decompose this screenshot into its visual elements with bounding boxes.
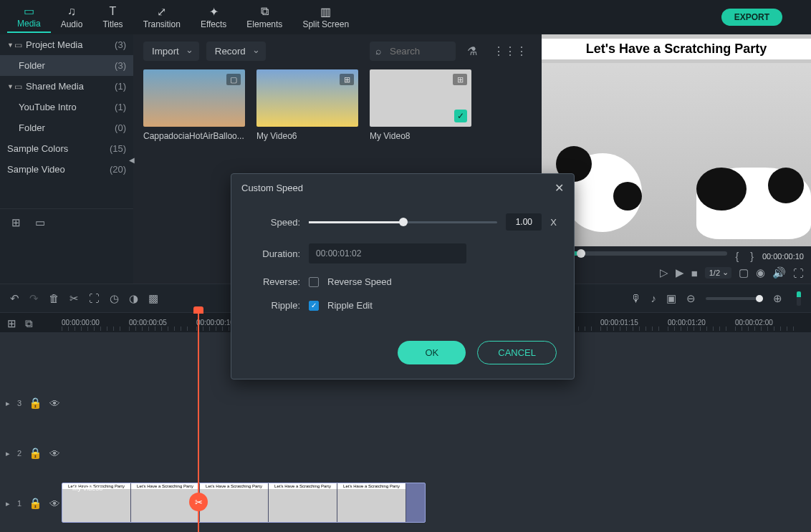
sidebar-folder[interactable]: Folder(3) xyxy=(0,55,133,76)
audio-mixer-icon[interactable]: ♪ xyxy=(651,292,657,304)
zoom-slider[interactable] xyxy=(706,297,763,300)
play-icon[interactable]: ▶ xyxy=(676,266,684,279)
tab-titles[interactable]: TTitles xyxy=(92,2,133,32)
media-thumb[interactable]: ⊞ My Video6 xyxy=(256,69,358,141)
tab-elements[interactable]: ⧉Elements xyxy=(236,2,292,32)
video-clip[interactable]: ▶ My Video8 Let's Have a Scratching Part… xyxy=(62,483,426,523)
grid-icon[interactable]: ⋮⋮⋮ xyxy=(489,42,532,61)
frame-title: Let's Have a Scratching Party xyxy=(269,483,337,489)
ok-button[interactable]: OK xyxy=(398,341,466,364)
crop-icon[interactable]: ⛶ xyxy=(89,292,100,304)
scrub-knob[interactable] xyxy=(577,249,585,258)
zoom-out-icon[interactable]: ⊖ xyxy=(686,292,696,305)
tab-label: Media xyxy=(17,19,41,29)
marker-icon[interactable]: ▣ xyxy=(666,292,676,305)
frame-title: Let's Have a Scratching Party xyxy=(337,483,406,489)
add-folder-icon[interactable]: ⊞ xyxy=(11,216,21,229)
slider-fill xyxy=(309,221,403,223)
tab-audio[interactable]: ♫Audio xyxy=(51,2,93,32)
tab-transition[interactable]: ⤢Transition xyxy=(133,2,191,32)
split-icon[interactable]: ✂ xyxy=(69,292,79,305)
folder-icon[interactable]: ▭ xyxy=(35,216,45,229)
sidebar-project-media[interactable]: ▼▭Project Media(3) xyxy=(0,34,133,55)
redo-icon[interactable]: ↷ xyxy=(29,292,39,305)
sidebar-label: Folder xyxy=(19,122,115,133)
volume-icon[interactable]: 🔊 xyxy=(772,266,786,279)
zoom-in-icon[interactable]: ⊕ xyxy=(773,292,782,305)
reverse-checkbox-label: Reverse Speed xyxy=(327,276,392,287)
mark-out-icon[interactable]: } xyxy=(747,251,757,262)
greenscreen-icon[interactable]: ▩ xyxy=(148,292,158,305)
clip-frame: Let's Have a Scratching Party xyxy=(200,483,269,522)
tab-label: Effects xyxy=(201,19,226,29)
lock-icon[interactable]: 🔒 xyxy=(29,497,42,510)
prev-frame-icon[interactable]: ▷ xyxy=(660,266,668,279)
video-track-icon: ▸ xyxy=(6,399,10,408)
speed-unit: X xyxy=(550,217,557,228)
playhead[interactable]: ✂ xyxy=(198,312,199,532)
scissors-icon[interactable]: ✂ xyxy=(189,493,208,511)
speed-icon[interactable]: ◷ xyxy=(110,292,119,305)
cancel-button[interactable]: CANCEL xyxy=(477,341,557,364)
fullscreen-icon[interactable]: ⛶ xyxy=(793,267,804,279)
dialog-header: Custom Speed ✕ xyxy=(231,174,574,202)
zoom-select[interactable]: 1/2 xyxy=(705,267,731,279)
thumb-image: ▢ xyxy=(143,69,245,127)
link-icon[interactable]: ⧉ xyxy=(25,317,33,330)
mark-in-icon[interactable]: { xyxy=(733,251,742,262)
speed-row: Speed: X xyxy=(249,213,557,231)
track-number: 1 xyxy=(17,499,21,508)
tab-splitscreen[interactable]: ▥Split Screen xyxy=(292,2,359,32)
tab-effects[interactable]: ✦Effects xyxy=(191,2,236,32)
zoom-knob[interactable] xyxy=(756,295,763,302)
filter-icon[interactable]: ⚗ xyxy=(463,42,481,61)
speed-value-input[interactable] xyxy=(506,213,542,231)
color-icon[interactable]: ◑ xyxy=(129,292,138,305)
eye-icon[interactable]: 👁 xyxy=(49,397,60,410)
record-dropdown[interactable]: Record xyxy=(206,42,266,61)
search-input[interactable] xyxy=(370,42,456,61)
video-type-icon: ⊞ xyxy=(453,74,467,85)
sidebar-bottom: ⊞ ▭ xyxy=(0,208,133,236)
tab-media[interactable]: ▭Media xyxy=(7,1,51,33)
ripple-checkbox[interactable]: ✓ xyxy=(309,301,319,311)
media-toolbar: Import Record ⚗ ⋮⋮⋮ xyxy=(143,42,532,61)
speed-slider[interactable] xyxy=(309,221,497,223)
snapshot-icon[interactable]: ◉ xyxy=(756,266,765,279)
delete-icon[interactable]: 🗑 xyxy=(49,292,59,304)
collapse-icon[interactable]: ◀ xyxy=(129,156,135,164)
sidebar-youtube[interactable]: YouTube Intro(1) xyxy=(0,97,133,117)
ripple-checkbox-label: Ripple Edit xyxy=(327,300,373,311)
add-track-icon[interactable]: ⊞ xyxy=(7,317,16,330)
display-icon[interactable]: ▢ xyxy=(739,266,749,279)
ruler-tick: 00:00:01:15 xyxy=(600,319,668,327)
import-dropdown[interactable]: Import xyxy=(143,42,199,61)
slider-knob[interactable] xyxy=(399,218,408,226)
voiceover-icon[interactable]: 🎙 xyxy=(630,292,641,304)
scrub-bar[interactable] xyxy=(549,251,727,256)
duration-input[interactable] xyxy=(309,243,466,263)
track-1[interactable]: ▶ My Video8 Let's Have a Scratching Part… xyxy=(62,483,811,523)
undo-icon[interactable]: ↶ xyxy=(10,292,19,305)
sidebar-sample-video[interactable]: Sample Video(20) xyxy=(0,159,133,180)
ruler-tick: 00:00:02:00 xyxy=(735,319,802,327)
preview-time: 00:00:00:10 xyxy=(762,252,804,261)
close-icon[interactable]: ✕ xyxy=(555,181,564,195)
preview-canvas[interactable]: Let's Have a Scratching Party xyxy=(542,34,811,246)
media-thumb[interactable]: ⊞ ✓ My Video8 xyxy=(370,69,471,141)
lock-icon[interactable]: 🔒 xyxy=(29,447,42,460)
tab-label: Titles xyxy=(102,19,123,29)
sidebar-shared-media[interactable]: ▼▭Shared Media(1) xyxy=(0,76,133,97)
reverse-checkbox[interactable] xyxy=(309,277,319,287)
sidebar-count: (3) xyxy=(115,39,126,50)
caret-down-icon: ▼ xyxy=(7,42,14,49)
media-thumb[interactable]: ▢ CappadociaHotAirBalloo... xyxy=(143,69,245,141)
eye-icon[interactable]: 👁 xyxy=(49,498,60,510)
export-button[interactable]: EXPORT xyxy=(721,9,782,26)
sidebar-sample-colors[interactable]: Sample Colors(15) xyxy=(0,138,133,159)
eye-icon[interactable]: 👁 xyxy=(49,448,60,460)
stop-icon[interactable]: ■ xyxy=(691,267,698,279)
lock-icon[interactable]: 🔒 xyxy=(29,397,42,410)
thumb-image: ⊞ xyxy=(256,69,358,127)
sidebar-folder2[interactable]: Folder(0) xyxy=(0,117,133,138)
